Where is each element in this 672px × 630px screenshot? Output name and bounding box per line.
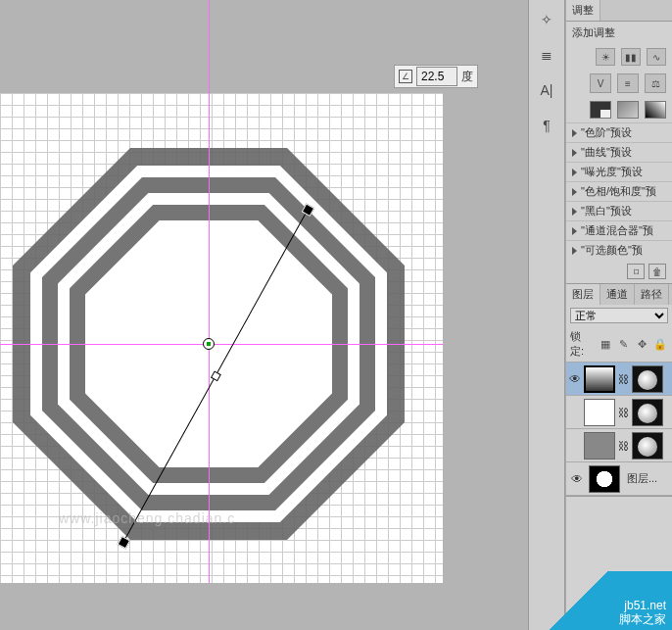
brightness-contrast-icon[interactable]: ☀ bbox=[596, 48, 615, 66]
adjustments-tabs: 调整 bbox=[566, 0, 672, 22]
preset-row[interactable]: "色阶"预设 bbox=[566, 122, 672, 142]
trash-icon[interactable]: 🗑 bbox=[648, 264, 666, 279]
lock-pixels-icon[interactable]: ✎ bbox=[616, 336, 632, 352]
layer-row[interactable]: 👁 ⛓ bbox=[566, 363, 672, 396]
bulb-icon[interactable]: ✧ bbox=[533, 6, 560, 33]
preset-label: "曝光度"预设 bbox=[581, 165, 643, 179]
tab-adjustments[interactable]: 调整 bbox=[566, 0, 600, 21]
chevron-right-icon bbox=[572, 227, 577, 235]
gradient-map-icon[interactable] bbox=[617, 101, 639, 119]
layers-list: 👁 ⛓ ⛓ ⛓ bbox=[566, 363, 672, 496]
visibility-icon[interactable]: 👁 bbox=[568, 472, 586, 486]
color-balance-icon[interactable]: ⚖ bbox=[645, 73, 666, 93]
preset-row[interactable]: "曝光度"预设 bbox=[566, 162, 672, 181]
layer-mask-thumb[interactable] bbox=[632, 432, 663, 460]
preset-row[interactable]: "黑白"预设 bbox=[566, 201, 672, 220]
link-icon: ⛓ bbox=[618, 407, 629, 418]
right-dock: ✧ ≣ A| ¶ 调整 添加调整 ☀ ▮▮ ∿ V ≡ ⚖ bbox=[528, 0, 672, 630]
dock-icon-strip: ✧ ≣ A| ¶ bbox=[528, 0, 565, 630]
canvas-content bbox=[0, 93, 443, 583]
blend-mode-select[interactable]: 正常 bbox=[570, 308, 668, 323]
preset-label: "色相/饱和度"预 bbox=[581, 184, 656, 199]
chevron-right-icon bbox=[572, 208, 577, 216]
chevron-right-icon bbox=[572, 149, 577, 157]
posterize-icon[interactable] bbox=[590, 101, 611, 119]
layers-panel: 图层 通道 路径 正常 锁定: ▦ ✎ ✥ 🔒 👁 ⛓ bbox=[566, 284, 672, 497]
preset-label: "色阶"预设 bbox=[581, 125, 632, 140]
layer-row[interactable]: ⛓ bbox=[566, 396, 672, 429]
visibility-icon[interactable]: 👁 bbox=[568, 372, 581, 386]
panels-column: 调整 添加调整 ☀ ▮▮ ∿ V ≡ ⚖ "色阶"预设 "曲线"预设 "曝光 bbox=[565, 0, 672, 630]
clip-icon[interactable]: ⌑ bbox=[627, 264, 645, 279]
layer-row[interactable]: 👁 图层... bbox=[566, 462, 672, 496]
add-adjustments-label: 添加调整 bbox=[566, 22, 672, 44]
preset-row[interactable]: "通道混合器"预 bbox=[566, 220, 672, 240]
chevron-right-icon bbox=[572, 129, 577, 137]
layer-mask-thumb[interactable] bbox=[632, 365, 663, 393]
layer-thumb[interactable] bbox=[584, 365, 615, 393]
link-icon: ⛓ bbox=[618, 440, 629, 452]
transform-pivot[interactable] bbox=[203, 338, 215, 350]
text-icon[interactable]: A| bbox=[533, 76, 560, 104]
link-icon: ⛓ bbox=[618, 373, 629, 385]
list-icon[interactable]: ≣ bbox=[533, 41, 560, 69]
preset-label: "可选颜色"预 bbox=[581, 243, 643, 258]
tab-channels[interactable]: 通道 bbox=[600, 284, 635, 305]
adjustments-panel: 调整 添加调整 ☀ ▮▮ ∿ V ≡ ⚖ "色阶"预设 "曲线"预设 "曝光 bbox=[566, 0, 672, 284]
preset-row[interactable]: "曲线"预设 bbox=[566, 142, 672, 162]
curves-icon[interactable]: ∿ bbox=[647, 48, 666, 66]
layers-mode-row: 正常 bbox=[566, 305, 672, 326]
adjustments-icon-row-1: ☀ ▮▮ ∿ bbox=[566, 44, 672, 70]
layer-thumb[interactable] bbox=[589, 465, 620, 493]
chevron-right-icon bbox=[572, 188, 577, 196]
transform-angle-box: ∠ 度 bbox=[394, 65, 478, 88]
angle-icon: ∠ bbox=[399, 70, 412, 83]
layers-lock-row: 锁定: ▦ ✎ ✥ 🔒 bbox=[566, 326, 672, 363]
preset-label: "黑白"预设 bbox=[581, 204, 632, 218]
layer-name: 图层... bbox=[623, 471, 670, 486]
threshold-icon[interactable] bbox=[645, 101, 666, 119]
hue-sat-icon[interactable]: ≡ bbox=[617, 73, 639, 93]
layers-tabs: 图层 通道 路径 bbox=[566, 284, 672, 305]
vibrance-icon[interactable]: V bbox=[590, 73, 611, 93]
lock-all-icon[interactable]: 🔒 bbox=[652, 336, 668, 352]
lock-position-icon[interactable]: ✥ bbox=[634, 336, 649, 352]
layer-thumb[interactable] bbox=[584, 399, 615, 426]
lock-label: 锁定: bbox=[570, 329, 595, 359]
levels-icon[interactable]: ▮▮ bbox=[621, 48, 641, 66]
paragraph-icon[interactable]: ¶ bbox=[533, 112, 560, 139]
guide-horizontal bbox=[0, 344, 443, 345]
preset-list: "色阶"预设 "曲线"预设 "曝光度"预设 "色相/饱和度"预 "黑白"预设 "… bbox=[566, 122, 672, 260]
layer-thumb[interactable] bbox=[584, 432, 615, 460]
layer-mask-thumb[interactable] bbox=[632, 399, 663, 426]
layer-row[interactable]: ⛓ bbox=[566, 429, 672, 462]
tab-paths[interactable]: 路径 bbox=[635, 284, 669, 305]
adjustments-swatch-row bbox=[566, 97, 672, 122]
angle-unit-label: 度 bbox=[461, 69, 473, 85]
chevron-right-icon bbox=[572, 169, 577, 176]
guide-vertical bbox=[209, 0, 210, 583]
tab-layers[interactable]: 图层 bbox=[566, 284, 600, 305]
document-canvas[interactable]: www.jiaocheng.chadian.c bbox=[0, 93, 443, 583]
angle-input[interactable] bbox=[416, 67, 457, 86]
preset-row[interactable]: "色相/饱和度"预 bbox=[566, 181, 672, 201]
preset-label: "通道混合器"预 bbox=[581, 223, 653, 238]
lock-transparency-icon[interactable]: ▦ bbox=[598, 336, 613, 352]
adjustments-footer: ⌑ 🗑 bbox=[566, 260, 672, 283]
chevron-right-icon bbox=[572, 247, 577, 255]
preset-label: "曲线"预设 bbox=[581, 145, 632, 160]
preset-row[interactable]: "可选颜色"预 bbox=[566, 240, 672, 260]
adjustments-icon-row-2: V ≡ ⚖ bbox=[566, 70, 672, 97]
